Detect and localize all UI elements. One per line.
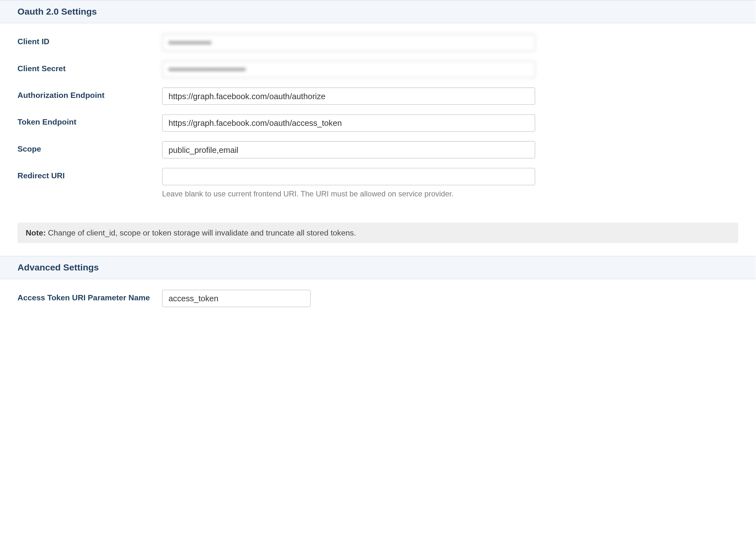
client-secret-input[interactable] (162, 61, 535, 78)
section-header-advanced: Advanced Settings (0, 256, 756, 279)
auth-endpoint-input[interactable] (162, 87, 535, 105)
label-auth-endpoint: Authorization Endpoint (18, 87, 162, 100)
token-endpoint-input[interactable] (162, 114, 535, 131)
scope-input[interactable] (162, 141, 535, 159)
note-strong: Note: (26, 228, 46, 237)
section-body-oauth: Client ID Client Secret Authorization En… (0, 23, 756, 212)
redirect-uri-help: Leave blank to use current frontend URI.… (162, 189, 733, 199)
label-redirect-uri: Redirect URI (18, 168, 162, 180)
note-box: Note: Change of client_id, scope or toke… (18, 223, 738, 243)
section-header-oauth: Oauth 2.0 Settings (0, 0, 756, 23)
label-scope: Scope (18, 141, 162, 153)
client-id-input[interactable] (162, 34, 535, 51)
label-token-endpoint: Token Endpoint (18, 114, 162, 126)
note-text: Change of client_id, scope or token stor… (46, 228, 356, 237)
label-param-name: Access Token URI Parameter Name (18, 290, 162, 302)
param-name-input[interactable] (162, 290, 311, 307)
label-client-id: Client ID (18, 34, 162, 46)
redirect-uri-input[interactable] (162, 168, 535, 185)
label-client-secret: Client Secret (18, 61, 162, 73)
section-body-advanced: Access Token URI Parameter Name Authoriz… (0, 279, 756, 316)
